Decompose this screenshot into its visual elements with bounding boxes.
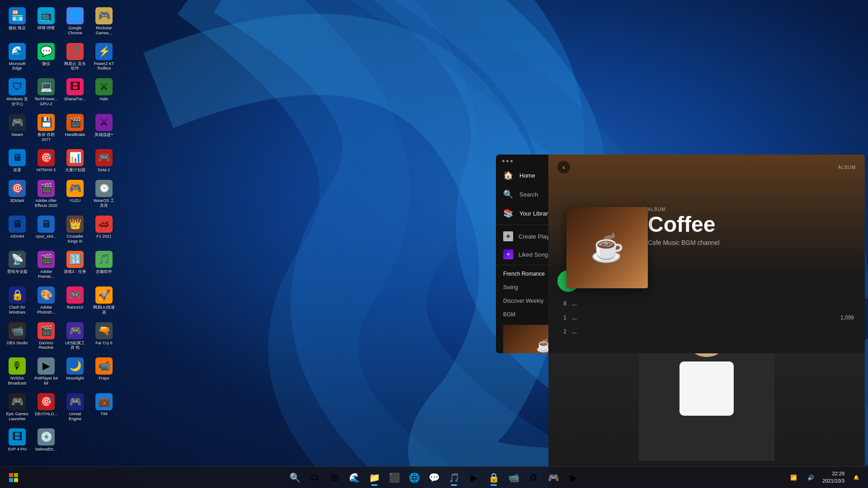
taskbar-app-cmd[interactable]: ⬛ — [385, 469, 403, 487]
desktop-icon-obs[interactable]: 📹OBS Studio — [4, 319, 31, 353]
desktop-icon-tim[interactable]: 💼TIM — [90, 390, 118, 424]
microsoft-store-label: 微软 商店 — [9, 26, 26, 31]
album-content: ☕ ALBUM Coffee Cafe Music BGM channel — [548, 180, 865, 270]
jifun-icon: 🎵 — [95, 251, 113, 268]
desktop-icon-svp4pro[interactable]: 🎞SVP 4 Pro — [4, 426, 31, 455]
taskbar-app-edge[interactable]: 🌊 — [345, 469, 363, 487]
taskbar-app-widgets[interactable]: 🗂 — [306, 469, 324, 487]
desktop-icon-edge[interactable]: 🌊Microsoft Edge — [4, 40, 31, 74]
desktop-icon-cpuz[interactable]: 🖥cpuz_x64... — [33, 213, 60, 247]
taskbar-app-explorer[interactable]: 📁 — [365, 469, 383, 487]
adobe-ps-label: Adobe Photosh... — [34, 305, 58, 315]
taskbar-app-wechat[interactable]: 💬 — [425, 469, 443, 487]
desktop-icon-security[interactable]: 🛡Windows 安全中心 — [4, 75, 31, 109]
desktop-icon-techpower[interactable]: 💻TechPower... GPU-Z — [33, 75, 60, 109]
desktop-icon-chrome[interactable]: 🌐Google Chrome — [61, 5, 89, 38]
163music-label: 网易云 音乐软件 — [63, 61, 87, 71]
desktop-icon-steam[interactable]: 🎮Steam — [4, 111, 31, 145]
plus-icon: + — [503, 231, 513, 241]
desktop-icon-jifun[interactable]: 🎵吉服软件 — [90, 248, 118, 282]
steam-icon: 🎮 — [9, 114, 26, 131]
desktop-icon-potmux[interactable]: 🚀网易UU加速器 — [90, 284, 118, 318]
back-button[interactable]: ‹ — [557, 161, 570, 174]
desktop-icon-f1-2021[interactable]: 🏎F1 2021 — [90, 213, 118, 247]
f1-2021-label: F1 2021 — [96, 234, 111, 239]
svg-rect-9 — [14, 478, 18, 482]
desktop-icon-halo[interactable]: ⚔Halo — [90, 75, 118, 109]
desktop-icon-resolve[interactable]: 🎬DaVinci Resolve — [33, 319, 60, 353]
desktop-icon-crusader[interactable]: 👑Crusader Kings III — [61, 213, 89, 247]
taskbar-app-settings[interactable]: ⚙ — [524, 469, 542, 487]
rance10-label: Rance10 — [67, 305, 83, 310]
track-item-2[interactable]: 2 ... — [557, 324, 856, 338]
desktop-icon-wearos[interactable]: ⌚WearOS 工 具库 — [90, 177, 118, 211]
desktop-icon-163music[interactable]: 🎵网易云 音乐软件 — [61, 40, 89, 74]
desktop-icon-bili[interactable]: 📺哔哩 哔哩 — [33, 5, 60, 38]
taskbar-app-potplayer[interactable]: ▶ — [465, 469, 483, 487]
desktop-icon-yuzu[interactable]: 🎮YUZU — [61, 177, 89, 211]
desktop-icon-hitman3[interactable]: 🎯HITMAN 3 — [33, 146, 60, 175]
taskbar-time[interactable]: 22:29 2021/10/3 — [822, 470, 844, 484]
desktop-icon-clash[interactable]: 🔒Clash for Windows — [4, 284, 31, 318]
desktop-icon-handbrake[interactable]: 🎬HandBrake — [61, 111, 89, 145]
desktop-icon-shana[interactable]: 🎞ShanaTnc... — [61, 75, 89, 109]
desktop-icon-jisuan[interactable]: 🔢游戏3：任务 — [61, 248, 89, 282]
desktop-icon-ue5[interactable]: 🎮UE5拓展工具 包 — [61, 319, 89, 353]
track-item-8[interactable]: 8 ... — [557, 296, 856, 310]
desktop-icon-damai[interactable]: 📊大麦计划器 — [61, 146, 89, 175]
taskbar-app-search[interactable]: 🔍 — [286, 469, 304, 487]
start-button[interactable] — [5, 469, 22, 486]
taskbar-app-obs[interactable]: 📹 — [505, 469, 523, 487]
taskbar-app-steam[interactable]: 🎮 — [544, 469, 562, 487]
desktop-icon-nvidia-bcast[interactable]: 🎙NVIDIA Broadcast — [4, 355, 31, 389]
desktop-icon-adobe-ps[interactable]: 🎨Adobe Photosh... — [33, 284, 60, 318]
desktop-icon-farcry6[interactable]: 🔫Far Cry 6 — [90, 319, 118, 353]
track-item-1[interactable]: 1 ... 1,099 — [557, 310, 856, 324]
nav-library-label: Your Library — [519, 210, 551, 217]
desktop-icon-dota2[interactable]: 🎮Dota 2 — [90, 146, 118, 175]
jisuan-icon: 🔢 — [66, 251, 84, 268]
deathloop-label: DEATHLO... — [35, 412, 57, 417]
desktop-icon-deathloop[interactable]: 🎯DEATHLO... — [33, 390, 60, 424]
edge-label: Microsoft Edge — [5, 61, 29, 71]
desktop-icon-windows-d[interactable]: 🖥设置 — [4, 146, 31, 175]
taskbar-app-clash[interactable]: 🔒 — [485, 469, 503, 487]
adobe-ps-icon: 🎨 — [38, 286, 55, 304]
desktop-icon-broadcast[interactable]: 📡壁纸专业版 — [4, 248, 31, 282]
desktop-icon-unreal[interactable]: 🎮Unreal Engine — [61, 390, 89, 424]
windows-logo — [9, 473, 18, 482]
wifi-icon[interactable]: 📶 — [785, 469, 802, 486]
desktop-icon-rockstar[interactable]: 🎮Rockstar Games... — [90, 5, 118, 38]
desktop-icon-3dmark[interactable]: 🎯3DMark — [4, 177, 31, 211]
discover-weekly-label: Discover Weekly — [503, 298, 543, 304]
taskbar-app-spotify[interactable]: 🎵 — [445, 469, 463, 487]
volume-icon[interactable]: 🔊 — [802, 469, 819, 486]
desktop-icon-aida64[interactable]: 🖥AIDA64 — [4, 213, 31, 247]
taskbar-app-chrome[interactable]: 🌐 — [405, 469, 423, 487]
aftereffects-icon: 🎬 — [38, 180, 55, 197]
moonlight-icon: 🌙 — [66, 357, 84, 375]
desktop-icon-wechat[interactable]: 💬微信 — [33, 40, 60, 74]
spotify-header: ‹ ALBUM — [548, 155, 865, 180]
hitman3-label: HITMAN 3 — [37, 168, 56, 173]
dot2 — [506, 160, 509, 162]
desktop-icon-moonlight[interactable]: 🌙Moonlight — [61, 355, 89, 389]
desktop-icon-microsoft-store[interactable]: 🏪微软 商店 — [4, 5, 31, 38]
taskbar-app-taskview[interactable]: ⊞ — [326, 469, 344, 487]
desktop-icon-balena[interactable]: 💿balenaEtc... — [33, 426, 60, 455]
notification-icon[interactable]: 🔔 — [848, 469, 864, 486]
desktop-icon-rance10[interactable]: 🎮Rance10 — [61, 284, 89, 318]
resolve-label: DaVinci Resolve — [34, 341, 58, 351]
desktop-icon-yingxiong[interactable]: ⚔英雄战迹+ — [90, 111, 118, 145]
taskbar-app-play[interactable]: ▶ — [564, 469, 582, 487]
desktop-icon-potplayer[interactable]: ▶PotPlayer 64 bit — [33, 355, 60, 389]
desktop-icon-adobe-pr[interactable]: 🎬Adobe Premie... — [33, 248, 60, 282]
desktop-icon-powerzt[interactable]: ⚡PowerZ KT Toolbox — [90, 40, 118, 74]
desktop-icon-aftereffects[interactable]: 🎬Adobe After Effects 2020 — [33, 177, 60, 211]
tim-icon: 💼 — [95, 393, 113, 410]
techpower-icon: 💻 — [38, 78, 55, 95]
desktop-icon-epic[interactable]: 🎮Epic Games Launcher — [4, 390, 31, 424]
desktop-icon-gamesave[interactable]: 💾鲁班 存档2077 — [33, 111, 60, 145]
desktop-icon-fraps[interactable]: 📹Fraps — [90, 355, 118, 389]
resolve-icon: 🎬 — [38, 322, 55, 339]
